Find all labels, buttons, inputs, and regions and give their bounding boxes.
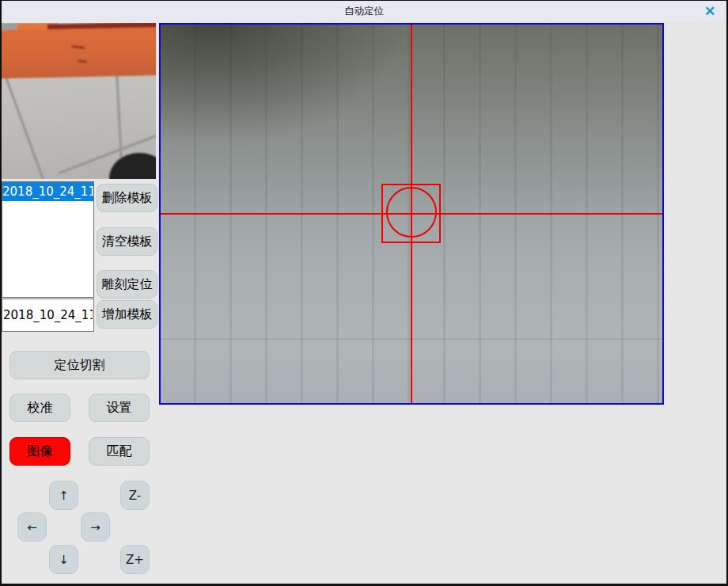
match-button[interactable]: 匹配 <box>89 437 150 466</box>
jog-up-button[interactable]: ↑ <box>49 481 78 510</box>
beam-mark <box>72 45 85 49</box>
thumbnail-image <box>2 23 156 179</box>
image-button[interactable]: 图像 <box>9 437 70 466</box>
target-circle-overlay <box>386 187 437 238</box>
position-cut-button[interactable]: 定位切割 <box>9 351 150 379</box>
calibrate-button[interactable]: 校准 <box>9 394 70 422</box>
list-item[interactable]: 2018_10_24_11 <box>2 182 93 201</box>
jog-z-minus-button[interactable]: Z- <box>120 481 150 510</box>
beam-mark <box>78 59 86 63</box>
jog-down-button[interactable]: ↓ <box>49 545 78 574</box>
template-thumbnail <box>2 23 156 179</box>
auto-position-dialog: 自动定位 ✕ 2018_10_24_11 删除模板 清空模板 雕刻定位 增加模板 <box>0 0 728 586</box>
template-name-input[interactable] <box>2 299 94 332</box>
clear-template-button[interactable]: 清空模板 <box>97 227 157 256</box>
close-icon[interactable]: ✕ <box>700 2 720 20</box>
engrave-position-button[interactable]: 雕刻定位 <box>97 270 157 299</box>
camera-view <box>159 23 664 405</box>
settings-button[interactable]: 设置 <box>89 394 150 422</box>
page-title: 自动定位 <box>344 5 384 18</box>
jog-right-button[interactable]: → <box>81 512 110 542</box>
title-bar: 自动定位 <box>2 1 726 21</box>
add-template-button[interactable]: 增加模板 <box>97 300 157 329</box>
template-list[interactable]: 2018_10_24_11 <box>2 181 94 298</box>
delete-template-button[interactable]: 删除模板 <box>97 184 157 212</box>
jog-z-plus-button[interactable]: Z+ <box>120 545 150 574</box>
jog-left-button[interactable]: ← <box>17 512 47 542</box>
thumbnail-orange-beam <box>2 27 156 78</box>
